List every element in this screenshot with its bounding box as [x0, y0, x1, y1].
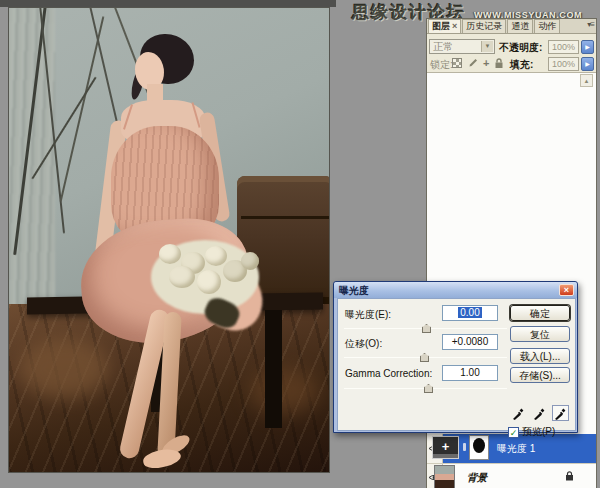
check-icon: ✓	[510, 428, 518, 438]
exposure-input[interactable]: 0.00	[442, 305, 498, 321]
tab-history-label: 历史记录	[466, 21, 502, 31]
lock-label: 锁定:	[430, 58, 453, 72]
photo-flower	[169, 266, 195, 288]
scroll-up-button[interactable]: ▲	[580, 74, 593, 87]
photo-floor-highlight	[19, 338, 109, 398]
opacity-value-field[interactable]: 100%	[548, 40, 579, 54]
dialog-close-button[interactable]: ×	[559, 284, 574, 296]
layer-name[interactable]: 曝光度 1	[497, 442, 535, 456]
preview-label: 预览(P)	[522, 425, 555, 439]
tab-channels[interactable]: 通道	[507, 19, 533, 33]
set-white-point-eyedropper-icon[interactable]	[552, 405, 569, 421]
photo-flower	[205, 246, 227, 266]
gamma-slider-track[interactable]	[344, 388, 507, 389]
reset-button[interactable]: 复位	[510, 326, 570, 342]
panel-tab-bar: 图层× 历史记录 通道 动作 ▾≡	[427, 19, 596, 34]
arrow-right-icon: ▶	[585, 44, 590, 50]
preview-option: ✓ 预览(P)	[508, 425, 555, 439]
offset-value: +0.0080	[452, 336, 488, 347]
lock-icons-group: +	[452, 57, 504, 69]
gamma-value: 1.00	[460, 367, 479, 378]
lock-transparency-icon[interactable]	[452, 58, 462, 68]
mask-link-icon	[463, 443, 466, 451]
save-button[interactable]: 存储(S)...	[510, 367, 570, 383]
tab-history[interactable]: 历史记录	[462, 19, 506, 33]
mask-blob	[473, 438, 485, 453]
dialog-body: 曝光度(E): 0.00 位移(O): +0.0080 Gamma Correc…	[337, 298, 576, 431]
photo-floor-highlight	[249, 368, 319, 414]
fill-slider-button[interactable]: ▶	[581, 57, 594, 71]
canvas-top-edge	[0, 0, 336, 7]
offset-slider-track[interactable]	[344, 357, 507, 358]
blend-mode-value: 正常	[433, 41, 453, 52]
opacity-label: 不透明度:	[499, 41, 542, 55]
exposure-dialog: 曝光度 × 曝光度(E): 0.00 位移(O): +0.0080 Gamma …	[333, 281, 578, 433]
exposure-slider-thumb[interactable]	[422, 324, 431, 333]
layer-name[interactable]: 背景	[467, 471, 487, 485]
layer-mask-thumbnail[interactable]	[469, 435, 489, 460]
gamma-input[interactable]: 1.00	[442, 365, 498, 381]
tab-channels-label: 通道	[511, 21, 529, 31]
load-button[interactable]: 载入(L)...	[510, 348, 570, 364]
tab-close-icon[interactable]: ×	[452, 21, 457, 31]
photo-bench-leg	[265, 310, 282, 428]
layer-lock-icon	[565, 471, 574, 483]
eyedropper-group	[510, 405, 569, 421]
dialog-title-bar[interactable]: 曝光度 ×	[334, 282, 577, 298]
offset-slider-thumb[interactable]	[420, 353, 429, 362]
gamma-label: Gamma Correction:	[345, 368, 432, 379]
adjustment-layer-thumbnail[interactable]: +	[432, 436, 459, 459]
offset-label: 位移(O):	[345, 337, 382, 351]
photo-left-texture	[8, 8, 55, 318]
exposure-value: 0.00	[458, 307, 481, 318]
exposure-slider-track[interactable]	[344, 328, 507, 329]
arrow-right-icon: ▶	[585, 61, 590, 67]
close-icon: ×	[564, 285, 569, 295]
tab-actions-label: 动作	[538, 21, 556, 31]
photo-flower	[159, 244, 181, 264]
panel-menu-icon[interactable]: ▾≡	[587, 20, 594, 33]
tab-actions[interactable]: 动作	[534, 19, 560, 33]
gamma-slider-thumb[interactable]	[424, 384, 433, 393]
photoshop-workspace: 思缘设计论坛 WWW.MISSYUAN.COM 图层× 历史记录 通道 动作 ▾…	[0, 0, 600, 488]
background-layer-thumbnail[interactable]	[434, 465, 455, 488]
blend-mode-select[interactable]: 正常 ▼	[429, 39, 495, 54]
preview-checkbox[interactable]: ✓	[508, 427, 519, 438]
offset-input[interactable]: +0.0080	[442, 334, 498, 350]
ok-button[interactable]: 确定	[510, 305, 570, 321]
lock-position-icon[interactable]: +	[483, 58, 489, 68]
opacity-slider-button[interactable]: ▶	[581, 40, 594, 54]
layer-controls: 正常 ▼ 不透明度: 100% ▶ 锁定: + 填充: 100% ▶	[427, 35, 596, 72]
plus-icon: +	[442, 439, 450, 454]
set-black-point-eyedropper-icon[interactable]	[510, 405, 527, 421]
photo-trunk-line	[241, 216, 330, 219]
lock-paint-brush-icon[interactable]	[467, 58, 478, 69]
dialog-title: 曝光度	[339, 284, 369, 298]
tab-layers[interactable]: 图层×	[428, 19, 461, 33]
photo-canvas[interactable]	[8, 7, 330, 473]
photo-flower	[197, 270, 221, 294]
dropdown-arrow-icon[interactable]: ▼	[481, 41, 493, 52]
fill-value-field[interactable]: 100%	[548, 57, 579, 71]
exposure-label: 曝光度(E):	[345, 308, 391, 322]
photo-flower	[241, 252, 259, 270]
lock-all-icon[interactable]	[494, 58, 504, 69]
set-midtone-eyedropper-icon[interactable]	[531, 405, 548, 421]
layer-row-background[interactable]: 背景	[427, 463, 596, 488]
fill-label: 填充:	[510, 58, 533, 72]
tab-layers-label: 图层	[432, 21, 450, 31]
